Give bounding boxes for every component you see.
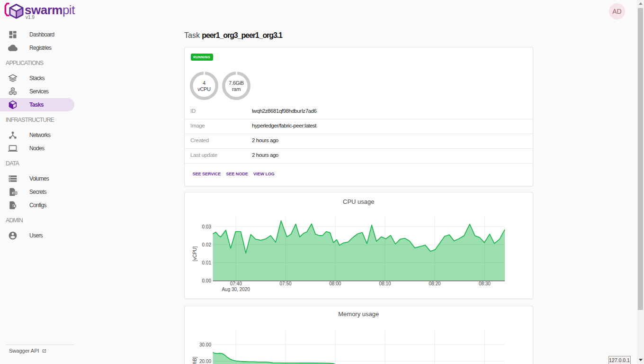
svg-text:08:30: 08:30 — [479, 281, 491, 286]
svg-text:Aug 30, 2020: Aug 30, 2020 — [222, 287, 250, 292]
svg-text:07:50: 07:50 — [279, 281, 291, 286]
svg-text:07:40: 07:40 — [230, 281, 242, 286]
svg-text:0.02: 0.02 — [202, 242, 212, 247]
svg-text:0.03: 0.03 — [202, 224, 212, 229]
svg-text:[MiB]: [MiB] — [192, 356, 197, 364]
svg-text:0.00: 0.00 — [202, 278, 212, 283]
svg-text:20.00: 20.00 — [199, 358, 211, 364]
svg-text:08:20: 08:20 — [429, 281, 440, 286]
svg-text:0.01: 0.01 — [202, 260, 212, 265]
svg-text:[vCPU]: [vCPU] — [192, 246, 197, 261]
svg-text:30.00: 30.00 — [199, 342, 211, 347]
svg-text:08:00: 08:00 — [329, 281, 341, 286]
svg-text:08:10: 08:10 — [379, 281, 391, 286]
svg-text:KEY: KEY — [13, 192, 16, 194]
